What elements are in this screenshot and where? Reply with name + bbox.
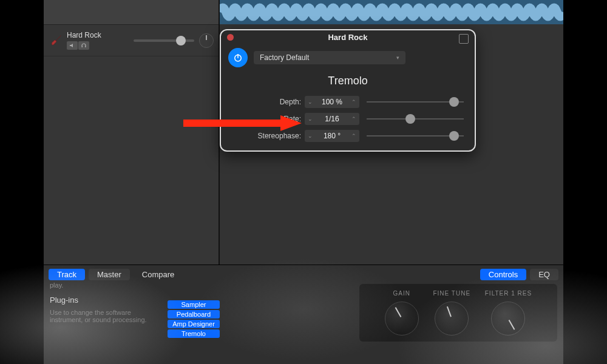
depth-value: 100 % — [316, 98, 348, 106]
param-stereophase: Stereophase: ⌄ 180 ° ⌃ — [221, 127, 475, 144]
track-buttons — [67, 41, 134, 50]
param-label: Depth: — [228, 98, 301, 106]
plugin-chip[interactable]: Sampler — [168, 300, 220, 309]
truncated-text: play. — [50, 281, 220, 294]
slider-thumb[interactable] — [449, 97, 459, 107]
step-down-icon[interactable]: ⌄ — [305, 96, 316, 108]
preset-label: Factory Default — [260, 53, 309, 62]
step-up-icon[interactable]: ⌃ — [348, 113, 359, 125]
svg-rect-0 — [82, 46, 83, 48]
track-list: Hard Rock — [44, 0, 220, 265]
step-up-icon[interactable]: ⌃ — [348, 130, 359, 142]
depth-stepper[interactable]: ⌄ 100 % ⌃ — [305, 96, 359, 108]
track-info: Hard Rock — [67, 31, 134, 50]
knob-finetune: FINE TUNE — [433, 290, 470, 335]
plugin-header[interactable]: Hard Rock — [221, 30, 475, 44]
stereophase-stepper[interactable]: ⌄ 180 ° ⌃ — [305, 130, 359, 142]
slider-thumb[interactable] — [405, 114, 415, 124]
depth-slider[interactable] — [367, 101, 464, 103]
plugin-chip-list: Sampler Pedalboard Amp Designer Tremolo — [168, 300, 220, 338]
timeline[interactable]: Hard Rock Factory Default ▾ Tremolo Dept… — [220, 0, 563, 265]
track-strip[interactable]: Hard Rock — [44, 25, 219, 56]
pan-knob[interactable] — [199, 33, 214, 48]
step-down-icon[interactable]: ⌄ — [305, 113, 316, 125]
headphone-button[interactable] — [78, 41, 89, 50]
param-label: Rate: — [228, 115, 301, 123]
expand-icon[interactable] — [459, 34, 469, 44]
mute-button[interactable] — [67, 41, 78, 50]
stereophase-slider[interactable] — [367, 135, 464, 136]
svg-rect-1 — [85, 46, 86, 48]
volume-thumb[interactable] — [176, 36, 186, 46]
plugins-desc: Use to change the software instrument, o… — [50, 309, 153, 323]
plugin-title: Hard Rock — [221, 33, 475, 42]
tab-master[interactable]: Master — [89, 269, 130, 280]
main-area: Hard Rock — [44, 0, 563, 265]
plugin-chip[interactable]: Tremolo — [168, 329, 220, 338]
sc-body: play. Plug-ins ⌄ Use to change the softw… — [44, 284, 563, 342]
knob-label: GAIN — [393, 290, 410, 297]
knob-label: FINE TUNE — [433, 290, 470, 297]
track-header-spacer — [44, 0, 219, 25]
plugin-chip[interactable]: Pedalboard — [168, 310, 220, 318]
plugin-chip[interactable]: Amp Designer — [168, 320, 220, 328]
param-depth: Depth: ⌄ 100 % ⌃ — [221, 93, 475, 110]
rate-slider[interactable] — [367, 118, 464, 120]
plugin-toolbar: Factory Default ▾ — [221, 44, 475, 71]
tab-eq[interactable]: EQ — [530, 269, 558, 280]
step-down-icon[interactable]: ⌄ — [305, 130, 316, 142]
stereophase-value: 180 ° — [316, 132, 348, 140]
knob-gain: GAIN — [385, 290, 419, 335]
preset-dropdown[interactable]: Factory Default ▾ — [254, 51, 405, 64]
smart-controls: Track Master Compare Controls EQ play. P… — [44, 265, 563, 364]
garageband-window: Hard Rock — [44, 0, 563, 364]
power-button[interactable] — [228, 48, 248, 67]
rate-value: 1/16 — [316, 115, 348, 123]
knob-label: FILTER 1 RES — [485, 290, 532, 297]
param-rate: Rate: ⌄ 1/16 ⌃ — [221, 110, 475, 127]
chevron-down-icon: ▾ — [396, 55, 399, 61]
sc-knob-panel: GAIN FINE TUNE FILTER 1 RES — [359, 284, 557, 342]
slider-thumb[interactable] — [449, 131, 459, 141]
sc-plugins-section: play. Plug-ins ⌄ Use to change the softw… — [50, 284, 220, 342]
gain-knob[interactable] — [385, 302, 419, 335]
filter-knob[interactable] — [491, 302, 525, 335]
finetune-knob[interactable] — [435, 302, 469, 335]
plugin-panel: Hard Rock Factory Default ▾ Tremolo Dept… — [220, 29, 476, 152]
volume-slider[interactable] — [134, 39, 194, 42]
effect-name: Tremolo — [221, 75, 475, 87]
tab-controls[interactable]: Controls — [480, 269, 526, 280]
step-up-icon[interactable]: ⌃ — [348, 96, 359, 108]
tab-track[interactable]: Track — [49, 269, 85, 280]
rate-stepper[interactable]: ⌄ 1/16 ⌃ — [305, 113, 359, 125]
guitar-icon — [49, 33, 63, 48]
plugins-header: Plug-ins — [50, 295, 78, 305]
tab-compare[interactable]: Compare — [134, 269, 183, 280]
audio-region[interactable] — [220, 0, 563, 24]
knob-filter: FILTER 1 RES — [485, 290, 532, 335]
track-name: Hard Rock — [67, 31, 134, 39]
param-label: Stereophase: — [228, 132, 301, 140]
